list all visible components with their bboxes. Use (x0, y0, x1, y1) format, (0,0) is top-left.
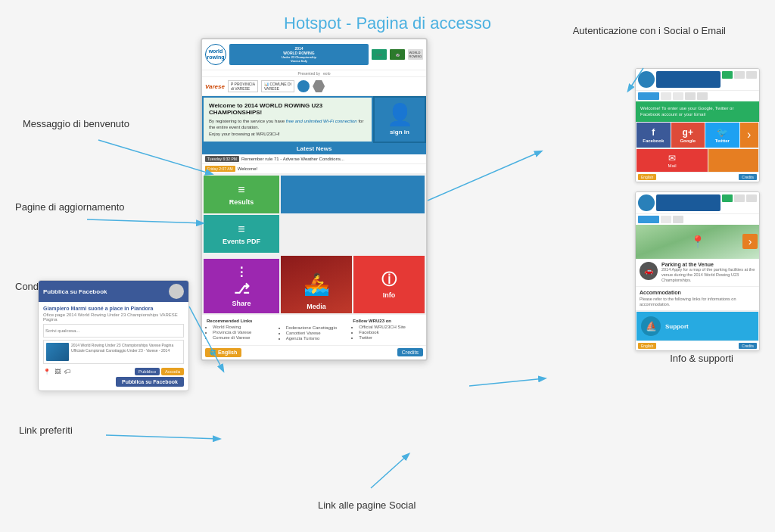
support-icon: ⛵ (641, 316, 661, 336)
sm2-arrow[interactable]: › (742, 234, 758, 249)
news-filler (281, 176, 425, 213)
fb-btn-group[interactable]: Pubblico Accoda (135, 368, 184, 375)
share-label: Share (232, 300, 251, 307)
news-item-1: Tuesday 6:32 PM Remember rule 71 - Adver… (202, 154, 426, 164)
fb-post-input[interactable] (43, 324, 184, 338)
sm2-logo-2 (734, 194, 745, 202)
link-agenzia[interactable]: Agenzia Turismo (286, 336, 349, 341)
follow-title: Follow WRU23 on (353, 319, 422, 323)
parking-text: 2014 Apply for a map of the parking faci… (661, 267, 755, 283)
other-logo (313, 80, 325, 92)
fb-user-name: Giampiero Marmi suoné a place in Piandor… (43, 306, 184, 311)
sm-google-btn[interactable]: g+ Google (671, 123, 705, 148)
varese-logo: Varese (205, 83, 225, 90)
sm-twitter-label: Twitter (715, 138, 730, 143)
world-rowing-logo: worldrowing (205, 44, 226, 65)
sm-arrow-btn[interactable]: › (740, 123, 758, 148)
svg-line-1 (87, 219, 203, 223)
welcome-title: Welcome to 2014 WORLD ROWING U23 CHAMPIO… (209, 102, 366, 116)
sm2-footer-lang[interactable]: English (638, 343, 656, 349)
sm-footer-credits[interactable]: Credits (739, 174, 757, 180)
provincia-logo: P PROVINCIAdi VARESE (228, 80, 258, 92)
partners-logo: WORLDROWING (408, 49, 423, 60)
tiles-bottom: ⋮ ⎇ Share 🚣 Media ⓘ Info (202, 254, 426, 315)
sm2-map: 📍 › (636, 225, 759, 259)
links-col3: Follow WRU23 on Official WRU23CH Site Fa… (353, 319, 422, 341)
sm2-logo-3 (746, 194, 757, 202)
links-list-2: Federazione Canottaggio Canottieri Vares… (280, 325, 349, 341)
sm2-partner-logos (722, 194, 757, 211)
fb-pubblico-btn[interactable]: Pubblico (135, 368, 160, 375)
sm-banner (656, 71, 721, 88)
accommodation-section: Accommodation Please refer to the follow… (636, 287, 759, 311)
language-button[interactable]: 🌐 English (205, 348, 241, 357)
annotation-link-preferiti: Link preferiti (19, 424, 73, 437)
sm-logo-1 (722, 71, 733, 79)
phone-bottom-links: Recommended Links World Rowing Provincia… (202, 315, 426, 345)
comune-logo: 📊 COMUNE DIVARESE (261, 80, 294, 92)
tiles-top: ≡ Results (202, 174, 426, 213)
news-text-1: Remember rule 71 - Adverse Weather Condi… (241, 157, 344, 161)
parking-icon: 🚗 (640, 262, 658, 280)
fb-publish-btn[interactable]: Pubblica su Facebook (116, 377, 184, 387)
fb-user-sub: Ofice page 2014 World Rowing Under 23 Ch… (43, 313, 184, 322)
events-icon: ≡ (238, 222, 244, 236)
fic-logo (297, 80, 310, 92)
sm-welcome-text: Welcome! To enter use your Google, Twitt… (636, 101, 759, 122)
media-label: Media (281, 303, 352, 310)
link-world-rowing[interactable]: World Rowing (213, 325, 275, 329)
sm-logos-row (636, 91, 759, 101)
fb-tag-icon: 🏷 (64, 369, 70, 375)
sm-logo-3 (746, 71, 757, 79)
links-col1: Recommended Links World Rowing Provincia… (207, 319, 275, 341)
link-provincia[interactable]: Provincia di Varese (213, 330, 275, 334)
sm-mail-btn[interactable]: ✉ Mail (636, 149, 708, 172)
phone-logos-row2: Varese P PROVINCIAdi VARESE 📊 COMUNE DIV… (202, 77, 426, 96)
wwf-logo: 🐼 (390, 49, 405, 60)
fb-link-text: 2014 World Rowing Under 23 Championships… (71, 343, 181, 361)
svg-line-6 (469, 378, 545, 386)
share-icon-sym: ⎇ (234, 281, 250, 297)
sm-twitter-btn[interactable]: 🐦 Twitter (705, 123, 739, 148)
sm-logo-e (697, 92, 708, 100)
sm2-header (636, 192, 759, 214)
credits-button[interactable]: Credits (397, 348, 423, 356)
sign-in-label: sign in (390, 129, 409, 135)
svg-line-0 (98, 140, 212, 174)
events-tile[interactable]: ≡ Events PDF (204, 215, 279, 253)
link-official-site[interactable]: Official WRU23CH Site (359, 325, 422, 329)
media-tile[interactable]: 🚣 Media (281, 256, 352, 313)
sm-footer-lang[interactable]: English (638, 174, 656, 180)
link-comune[interactable]: Comune di Varese (213, 335, 275, 340)
sm-world-rowing-logo (638, 71, 655, 88)
social-auth-mockup: Welcome! To enter use your Google, Twitt… (635, 68, 760, 182)
annotation-messaggio: Messaggio di benvenuto (23, 117, 129, 131)
main-phone-mockup: worldrowing 2014 WORLD ROWING Under 23 C… (201, 38, 428, 361)
link-facebook[interactable]: Facebook (359, 330, 422, 334)
sm2-footer-credits[interactable]: Credits (739, 343, 757, 349)
phone-header: worldrowing 2014 WORLD ROWING Under 23 C… (202, 39, 426, 70)
sm-facebook-btn[interactable]: f Facebook (636, 123, 671, 148)
support-tile[interactable]: ⛵ Support (636, 312, 758, 341)
annotation-link-social: Link alle pagine Social (318, 499, 416, 511)
news-date-2: Friday 2:07 AM (205, 166, 235, 172)
sm2-footer: English Credits (636, 341, 759, 350)
sm2-logo-c (673, 216, 683, 223)
parking-text-block: Parking at the Venue 2014 Apply for a ma… (661, 262, 755, 283)
link-canottieri[interactable]: Canottieri Varese (286, 331, 349, 335)
info-tile[interactable]: ⓘ Info (353, 256, 425, 313)
page-title: Hotspot - Pagina di accesso (284, 14, 491, 33)
fb-accoda-btn[interactable]: Accoda (161, 368, 184, 375)
link-federazione[interactable]: Federazione Canottaggio (286, 325, 349, 330)
share-tile[interactable]: ⋮ ⎇ Share (204, 259, 279, 313)
google-icon: g+ (683, 127, 693, 138)
annotation-autenticazione: Autenticazione con i Social o Email (573, 24, 726, 38)
fb-link-preview: 2014 World Rowing Under 23 Championships… (43, 340, 184, 364)
support-label: Support (665, 323, 689, 330)
events-label: Events PDF (223, 238, 260, 245)
link-twitter[interactable]: Twitter (359, 335, 422, 340)
sm-logo-b (661, 92, 671, 100)
facebook-icon: f (652, 127, 655, 138)
sign-in-box[interactable]: 👤 sign in (373, 96, 426, 143)
results-tile[interactable]: ≡ Results (204, 176, 279, 213)
